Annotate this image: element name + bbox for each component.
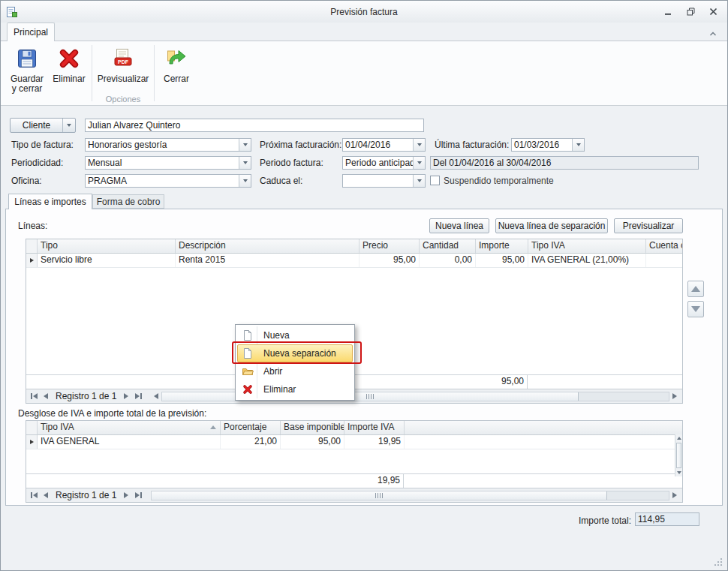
close-button[interactable] bbox=[708, 7, 718, 17]
column-header-cuenta-con[interactable]: Cuenta con bbox=[646, 239, 682, 253]
ribbon-separator bbox=[154, 45, 155, 101]
minimize-button[interactable] bbox=[663, 7, 673, 17]
cell-importe-iva: 19,95 bbox=[344, 435, 405, 449]
delete-x-icon bbox=[58, 47, 80, 72]
column-header-precio[interactable]: Precio bbox=[359, 239, 420, 253]
dropdown-button[interactable] bbox=[239, 157, 251, 169]
scroll-right-button[interactable] bbox=[669, 391, 680, 401]
tipo-factura-combobox[interactable]: Honorarios gestoría bbox=[85, 138, 251, 152]
menu-item-eliminar[interactable]: Eliminar bbox=[237, 380, 353, 398]
importe-total-field: 114,95 bbox=[635, 512, 699, 526]
column-header-descripcion[interactable]: Descripción bbox=[176, 239, 359, 253]
next-record-button[interactable] bbox=[121, 490, 131, 500]
record-counter: Registro 1 de 1 bbox=[53, 490, 119, 500]
horizontal-scrollbar[interactable] bbox=[151, 391, 680, 401]
caduca-el-datepicker[interactable] bbox=[342, 174, 426, 188]
cliente-input[interactable]: Julian Alvarez Quintero bbox=[85, 119, 424, 132]
cliente-button[interactable]: Cliente bbox=[10, 118, 76, 133]
periodo-factura-label: Periodo factura: bbox=[260, 156, 323, 170]
cell-tipo-iva: IVA GENERAL (21,00%) bbox=[528, 254, 646, 267]
new-document-icon bbox=[238, 347, 257, 359]
scroll-right-button[interactable] bbox=[669, 490, 680, 500]
scroll-left-button[interactable] bbox=[151, 391, 161, 401]
dropdown-button[interactable] bbox=[413, 139, 425, 151]
menu-item-abrir[interactable]: Abrir bbox=[237, 362, 353, 380]
tab-forma-de-cobro[interactable]: Forma de cobro bbox=[92, 194, 164, 209]
column-header-importe[interactable]: Importe bbox=[476, 239, 528, 253]
titlebar: Previsión factura bbox=[1, 1, 727, 23]
eliminar-label: Eliminar bbox=[53, 74, 85, 84]
move-line-up-button[interactable] bbox=[687, 281, 704, 297]
previsualizar-button[interactable]: PDF Previsualizar bbox=[95, 44, 152, 86]
last-record-button[interactable] bbox=[133, 490, 143, 500]
dropdown-button[interactable] bbox=[413, 175, 425, 187]
eliminar-button[interactable]: Eliminar bbox=[49, 44, 89, 86]
ribbon-separator bbox=[92, 45, 92, 101]
guardar-y-cerrar-button[interactable]: Guardar y cerrar bbox=[5, 44, 49, 96]
move-line-down-button[interactable] bbox=[687, 301, 704, 317]
first-record-button[interactable] bbox=[29, 391, 39, 401]
menu-item-nueva-separacion[interactable]: Nueva separación bbox=[237, 344, 353, 362]
horizontal-scrollbar[interactable] bbox=[151, 490, 680, 500]
cliente-dropdown-button[interactable] bbox=[62, 119, 75, 132]
cell-cuenta-con bbox=[646, 254, 682, 267]
pdf-icon: PDF bbox=[112, 47, 134, 72]
column-header-tipo[interactable]: Tipo bbox=[38, 239, 176, 253]
first-record-button[interactable] bbox=[29, 490, 39, 500]
scrollbar-thumb[interactable] bbox=[162, 392, 578, 401]
periodicidad-combobox[interactable]: Mensual bbox=[85, 156, 251, 170]
periodo-factura-combobox[interactable]: Periodo anticipado bbox=[342, 156, 426, 170]
periodicidad-label: Periodicidad: bbox=[11, 156, 63, 170]
suspendido-checkbox[interactable] bbox=[430, 176, 440, 185]
cell-cantidad: 0,00 bbox=[420, 254, 476, 267]
nueva-linea-separacion-button[interactable]: Nueva línea de separación bbox=[495, 218, 608, 233]
scrollbar-thumb[interactable] bbox=[676, 443, 681, 468]
summary-importe-value: 95,00 bbox=[475, 375, 528, 389]
prev-record-button[interactable] bbox=[41, 490, 51, 500]
scrollbar-track[interactable] bbox=[151, 491, 669, 500]
last-record-button[interactable] bbox=[133, 391, 143, 401]
menu-item-nueva[interactable]: Nueva bbox=[237, 326, 353, 344]
down-arrow-icon bbox=[691, 306, 700, 312]
iva-grid: Tipo IVA Porcentaje Base imponible Impor… bbox=[26, 420, 683, 503]
scroll-up-button[interactable] bbox=[675, 434, 682, 442]
chevron-down-icon bbox=[243, 161, 248, 164]
tab-principal[interactable]: Principal bbox=[7, 23, 55, 41]
column-header-porcentaje[interactable]: Porcentaje bbox=[221, 421, 281, 434]
scrollbar-thumb[interactable] bbox=[152, 491, 607, 500]
vertical-scrollbar[interactable] bbox=[675, 434, 682, 476]
column-header-tipo-iva[interactable]: Tipo IVA bbox=[38, 421, 221, 434]
dropdown-button[interactable] bbox=[239, 175, 251, 187]
ribbon-collapse-icon[interactable] bbox=[709, 29, 717, 39]
previsualizar-lineas-button[interactable]: Previsualizar bbox=[614, 218, 683, 233]
proxima-facturacion-datepicker[interactable]: 01/04/2016 bbox=[342, 138, 426, 152]
iva-record-navigator: Registro 1 de 1 bbox=[26, 488, 682, 502]
prev-record-button[interactable] bbox=[41, 391, 51, 401]
tab-lineas-e-importes[interactable]: Líneas e importes bbox=[8, 194, 92, 209]
lineas-grid-row[interactable]: Servicio libre Renta 2015 95,00 0,00 95,… bbox=[26, 254, 682, 268]
summary-importe-iva-value: 19,95 bbox=[344, 474, 404, 488]
ultima-facturacion-datepicker[interactable]: 01/03/2016 bbox=[511, 138, 585, 152]
iva-summary-row: 19,95 bbox=[26, 473, 682, 488]
cell-base-imponible: 95,00 bbox=[281, 435, 344, 449]
column-header-cantidad[interactable]: Cantidad bbox=[420, 239, 476, 253]
dropdown-button[interactable] bbox=[572, 139, 584, 151]
next-record-button[interactable] bbox=[121, 391, 131, 401]
scroll-down-button[interactable] bbox=[675, 469, 682, 476]
dropdown-button[interactable] bbox=[239, 139, 251, 151]
column-header-base-imponible[interactable]: Base imponible bbox=[281, 421, 344, 434]
nueva-linea-button[interactable]: Nueva línea bbox=[429, 218, 489, 233]
periodo-rango-field: Del 01/04/2016 al 30/04/2016 bbox=[430, 156, 699, 170]
restore-button[interactable] bbox=[685, 7, 696, 17]
cerrar-button[interactable]: Cerrar bbox=[157, 44, 196, 86]
column-header-importe-iva[interactable]: Importe IVA bbox=[344, 421, 405, 434]
dropdown-button[interactable] bbox=[413, 157, 425, 169]
iva-grid-row[interactable]: IVA GENERAL 21,00 95,00 19,95 bbox=[26, 435, 682, 449]
resize-grip[interactable] bbox=[713, 557, 723, 566]
oficina-combobox[interactable]: PRAGMA bbox=[85, 174, 251, 188]
ribbon-group-acciones: Guardar y cerrar Eliminar bbox=[5, 41, 89, 105]
cerrar-label: Cerrar bbox=[164, 74, 189, 84]
context-menu: Nueva Nueva separación Abrir bbox=[235, 324, 355, 401]
lineas-label: Líneas: bbox=[18, 219, 47, 233]
column-header-tipo-iva[interactable]: Tipo IVA bbox=[528, 239, 646, 253]
